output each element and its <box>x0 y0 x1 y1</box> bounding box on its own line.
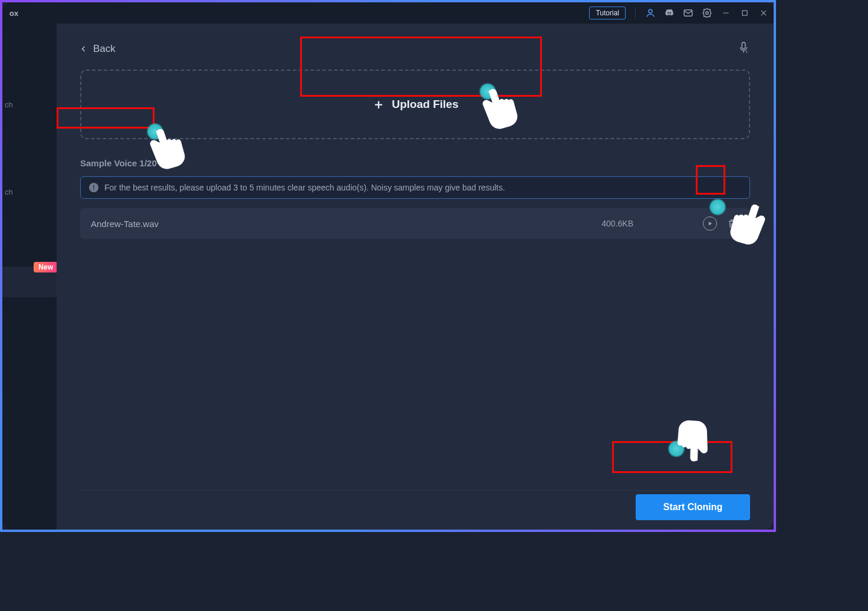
highlight-start <box>612 441 732 473</box>
pointer-hand-start <box>653 401 718 466</box>
file-name: Andrew-Tate.wav <box>91 219 593 229</box>
svg-marker-8 <box>709 222 712 226</box>
sidebar-item-active[interactable]: New <box>2 267 57 297</box>
chevron-left-icon <box>80 45 87 52</box>
minimize-button[interactable] <box>721 8 731 18</box>
maximize-button[interactable] <box>739 8 750 18</box>
new-badge: New <box>34 262 58 272</box>
app-title-fragment: ox <box>9 9 18 18</box>
sidebar-item-a[interactable]: ch <box>2 100 13 109</box>
svg-rect-4 <box>742 11 747 15</box>
upload-dropzone[interactable]: ＋ Upload Files <box>80 70 750 139</box>
settings-icon[interactable] <box>702 8 712 18</box>
uploaded-file-row: Andrew-Tate.wav 400.6KB <box>80 208 750 239</box>
plus-icon: ＋ <box>372 96 385 113</box>
svg-point-0 <box>649 9 652 13</box>
main-panel: Back ＋ Upload Files Sample Voice 1/20 ! … <box>57 24 774 530</box>
discord-icon[interactable] <box>664 8 675 18</box>
tutorial-button[interactable]: Tutorial <box>589 6 626 19</box>
info-bar: ! For the best results, please upload 3 … <box>80 176 750 199</box>
play-button[interactable] <box>703 216 717 231</box>
sidebar-item-b[interactable]: ch <box>2 188 13 196</box>
titlebar: ox Tutorial <box>2 2 774 24</box>
back-button[interactable]: Back <box>80 43 116 55</box>
voice-settings-icon[interactable] <box>737 41 750 57</box>
info-icon: ! <box>89 183 98 192</box>
file-size: 400.6KB <box>601 219 633 228</box>
upload-label: Upload Files <box>392 98 459 111</box>
sample-voice-title: Sample Voice 1/20 <box>80 158 750 168</box>
info-text: For the best results, please upload 3 to… <box>104 183 505 192</box>
user-icon[interactable] <box>645 8 656 18</box>
close-button[interactable] <box>758 8 769 18</box>
svg-rect-7 <box>742 42 745 49</box>
footer-divider <box>80 490 750 491</box>
mail-icon[interactable] <box>683 8 693 18</box>
sidebar: ch ch New <box>2 24 57 530</box>
titlebar-separator <box>635 7 636 19</box>
delete-button[interactable] <box>725 216 739 231</box>
back-label: Back <box>93 43 116 55</box>
svg-point-2 <box>706 12 709 15</box>
start-cloning-button[interactable]: Start Cloning <box>636 494 750 520</box>
